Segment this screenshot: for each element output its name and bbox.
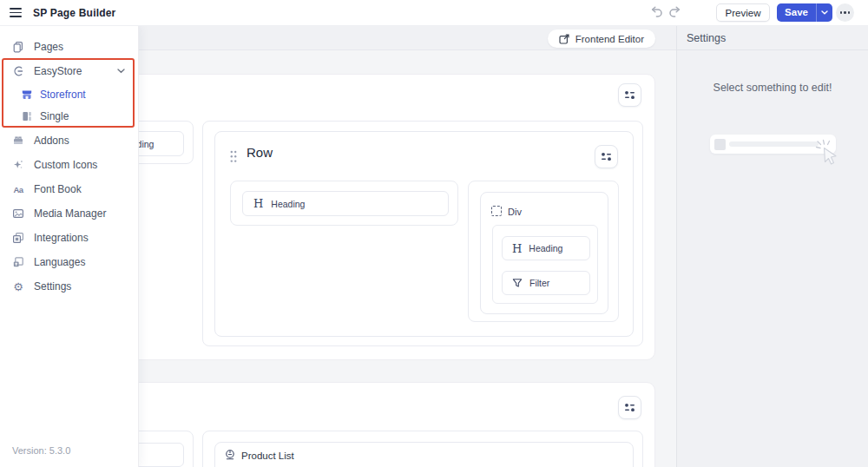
redo-icon[interactable] (668, 6, 681, 17)
font-book-icon: Aa (12, 183, 24, 195)
sidebar-item-label: EasyStore (34, 65, 82, 77)
sp-page-builder-app: Frontend Editor H Heading Row (0, 0, 868, 467)
sidebar-item-label: Addons (34, 135, 69, 147)
sparkle-icon (12, 159, 24, 171)
options-icon (624, 402, 635, 413)
sidebar-item-media-manager[interactable]: Media Manager (0, 201, 138, 226)
sidebar-item-label: Custom Icons (34, 159, 97, 171)
skeleton-square (714, 139, 726, 150)
options-icon (601, 151, 612, 162)
version-label: Version: 5.3.0 (12, 445, 70, 456)
div-module[interactable]: Div H Heading Filter (480, 192, 608, 314)
addons-icon (12, 135, 24, 147)
filter-addon[interactable]: Filter (502, 271, 590, 295)
product-list-module[interactable]: Product List (214, 442, 634, 467)
row-label: Row (247, 145, 273, 160)
heading-addon[interactable]: H Heading (242, 191, 449, 216)
addon-label: Filter (529, 278, 549, 288)
top-bar: SP Page Builder Preview Save (0, 0, 868, 26)
click-cursor-icon (815, 139, 845, 170)
row-module[interactable]: Row H Heading Div (214, 131, 634, 337)
sidebar-item-easystore[interactable]: EasyStore (0, 59, 138, 83)
section-options-button[interactable] (618, 396, 641, 419)
options-icon (624, 89, 635, 101)
addon-label: Heading (271, 199, 305, 209)
row-column-2[interactable]: Div H Heading Filter (468, 181, 619, 322)
save-dropdown-button[interactable] (816, 3, 832, 22)
sidebar-item-label: Media Manager (34, 207, 106, 220)
media-manager-icon (12, 207, 24, 220)
sidebar-item-label: Settings (34, 280, 71, 293)
heading-addon[interactable]: H Heading (502, 236, 590, 260)
div-label: Div (508, 207, 522, 217)
sidebar-item-label: Languages (34, 256, 85, 268)
sidebar-item-addons[interactable]: Addons (0, 128, 138, 153)
page-section-1[interactable]: H Heading Row H Heading (122, 74, 655, 360)
languages-icon (12, 256, 24, 268)
chevron-down-icon (117, 69, 125, 74)
settings-panel-title: Settings (677, 26, 868, 50)
row-options-button[interactable] (595, 145, 618, 168)
drag-handle-icon[interactable] (230, 150, 237, 163)
main-sidebar: Pages EasyStore Storefront Single Addons (0, 26, 139, 467)
single-icon (21, 110, 33, 122)
app-title: SP Page Builder (33, 7, 115, 19)
save-label: Save (777, 3, 816, 22)
skeleton-bar (729, 141, 819, 147)
sidebar-item-label: Integrations (34, 232, 89, 244)
page-section-2[interactable]: Product List (122, 382, 655, 467)
sidebar-item-label: Pages (34, 41, 63, 53)
settings-panel: Settings Select something to edit! (676, 26, 868, 467)
external-edit-icon (559, 34, 569, 44)
row-column-1[interactable]: H Heading (230, 181, 458, 226)
more-options-button[interactable] (836, 3, 854, 22)
product-list-icon (224, 449, 236, 461)
sidebar-item-label: Single (40, 110, 69, 122)
pages-icon (12, 41, 24, 53)
sidebar-item-single[interactable]: Single (0, 105, 138, 127)
sidebar-item-settings[interactable]: ⚙ Settings (0, 274, 138, 299)
filter-icon (512, 278, 523, 288)
preview-button[interactable]: Preview (716, 3, 770, 22)
div-icon (491, 206, 502, 216)
hamburger-menu-icon[interactable] (10, 8, 22, 18)
sidebar-item-label: Storefront (40, 89, 86, 101)
storefront-icon (21, 89, 33, 101)
preview-label: Preview (726, 8, 761, 18)
chevron-down-icon (821, 10, 828, 15)
sidebar-item-label: Font Book (34, 183, 82, 195)
frontend-editor-label: Frontend Editor (575, 34, 644, 44)
easystore-icon (12, 65, 24, 77)
sidebar-item-integrations[interactable]: Integrations (0, 226, 138, 250)
section-options-button[interactable] (618, 83, 641, 107)
sidebar-item-storefront[interactable]: Storefront (0, 83, 138, 105)
div-inner-wrapper[interactable]: H Heading Filter (492, 225, 598, 304)
sidebar-item-pages[interactable]: Pages (0, 35, 138, 59)
save-button[interactable]: Save (777, 3, 832, 22)
undo-icon[interactable] (650, 6, 663, 17)
addon-label: Heading (529, 243, 562, 253)
column-main[interactable]: Row H Heading Div (202, 121, 643, 346)
sidebar-item-languages[interactable]: Languages (0, 250, 138, 274)
settings-panel-body: Select something to edit! (677, 82, 868, 467)
column-main[interactable]: Product List (202, 431, 643, 467)
product-list-label: Product List (241, 451, 294, 461)
heading-icon: H (512, 243, 522, 254)
sidebar-item-custom-icons[interactable]: Custom Icons (0, 153, 138, 177)
empty-state-message: Select something to edit! (677, 82, 868, 94)
heading-icon: H (253, 198, 263, 209)
gear-icon: ⚙ (12, 280, 24, 293)
integrations-icon (12, 232, 24, 244)
sidebar-menu: Pages EasyStore Storefront Single Addons (0, 26, 138, 299)
frontend-editor-button[interactable]: Frontend Editor (548, 30, 655, 48)
sidebar-item-font-book[interactable]: Aa Font Book (0, 177, 138, 201)
